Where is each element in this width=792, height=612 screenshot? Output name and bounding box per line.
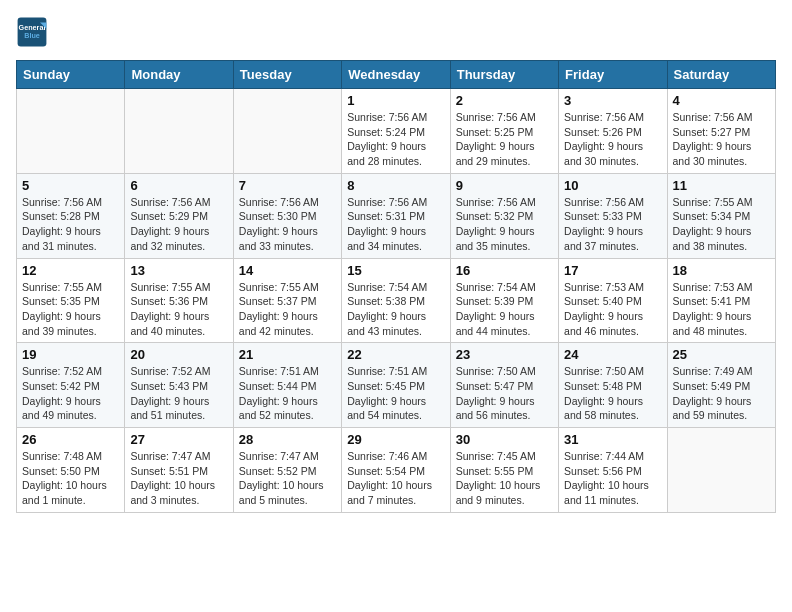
day-number: 6	[130, 178, 227, 193]
day-number: 21	[239, 347, 336, 362]
day-info: Sunrise: 7:56 AMSunset: 5:32 PMDaylight:…	[456, 195, 553, 254]
calendar-cell: 3Sunrise: 7:56 AMSunset: 5:26 PMDaylight…	[559, 89, 667, 174]
calendar-cell	[667, 428, 775, 513]
calendar-cell: 1Sunrise: 7:56 AMSunset: 5:24 PMDaylight…	[342, 89, 450, 174]
day-info: Sunrise: 7:56 AMSunset: 5:28 PMDaylight:…	[22, 195, 119, 254]
day-number: 17	[564, 263, 661, 278]
day-info: Sunrise: 7:54 AMSunset: 5:38 PMDaylight:…	[347, 280, 444, 339]
calendar-cell: 13Sunrise: 7:55 AMSunset: 5:36 PMDayligh…	[125, 258, 233, 343]
logo: General Blue	[16, 16, 52, 48]
calendar-cell: 5Sunrise: 7:56 AMSunset: 5:28 PMDaylight…	[17, 173, 125, 258]
day-info: Sunrise: 7:51 AMSunset: 5:45 PMDaylight:…	[347, 364, 444, 423]
day-of-week-header: Monday	[125, 61, 233, 89]
day-of-week-header: Tuesday	[233, 61, 341, 89]
day-of-week-header: Wednesday	[342, 61, 450, 89]
calendar-cell: 8Sunrise: 7:56 AMSunset: 5:31 PMDaylight…	[342, 173, 450, 258]
day-info: Sunrise: 7:56 AMSunset: 5:33 PMDaylight:…	[564, 195, 661, 254]
calendar-cell: 24Sunrise: 7:50 AMSunset: 5:48 PMDayligh…	[559, 343, 667, 428]
calendar-table: SundayMondayTuesdayWednesdayThursdayFrid…	[16, 60, 776, 513]
logo-icon: General Blue	[16, 16, 48, 48]
calendar-cell: 23Sunrise: 7:50 AMSunset: 5:47 PMDayligh…	[450, 343, 558, 428]
day-number: 14	[239, 263, 336, 278]
calendar-cell	[17, 89, 125, 174]
day-info: Sunrise: 7:56 AMSunset: 5:31 PMDaylight:…	[347, 195, 444, 254]
day-number: 16	[456, 263, 553, 278]
day-info: Sunrise: 7:56 AMSunset: 5:30 PMDaylight:…	[239, 195, 336, 254]
day-number: 7	[239, 178, 336, 193]
day-number: 15	[347, 263, 444, 278]
calendar-cell	[233, 89, 341, 174]
day-info: Sunrise: 7:55 AMSunset: 5:35 PMDaylight:…	[22, 280, 119, 339]
calendar-cell: 22Sunrise: 7:51 AMSunset: 5:45 PMDayligh…	[342, 343, 450, 428]
day-number: 20	[130, 347, 227, 362]
svg-text:Blue: Blue	[24, 31, 40, 40]
day-of-week-header: Saturday	[667, 61, 775, 89]
calendar-cell: 17Sunrise: 7:53 AMSunset: 5:40 PMDayligh…	[559, 258, 667, 343]
day-info: Sunrise: 7:49 AMSunset: 5:49 PMDaylight:…	[673, 364, 770, 423]
day-of-week-header: Friday	[559, 61, 667, 89]
day-info: Sunrise: 7:51 AMSunset: 5:44 PMDaylight:…	[239, 364, 336, 423]
calendar-cell: 7Sunrise: 7:56 AMSunset: 5:30 PMDaylight…	[233, 173, 341, 258]
day-number: 18	[673, 263, 770, 278]
day-info: Sunrise: 7:55 AMSunset: 5:36 PMDaylight:…	[130, 280, 227, 339]
calendar-cell: 20Sunrise: 7:52 AMSunset: 5:43 PMDayligh…	[125, 343, 233, 428]
calendar-cell: 25Sunrise: 7:49 AMSunset: 5:49 PMDayligh…	[667, 343, 775, 428]
day-number: 8	[347, 178, 444, 193]
day-number: 30	[456, 432, 553, 447]
day-number: 26	[22, 432, 119, 447]
day-number: 31	[564, 432, 661, 447]
day-number: 27	[130, 432, 227, 447]
calendar-cell: 16Sunrise: 7:54 AMSunset: 5:39 PMDayligh…	[450, 258, 558, 343]
page-header: General Blue	[16, 16, 776, 48]
day-number: 22	[347, 347, 444, 362]
day-number: 25	[673, 347, 770, 362]
day-number: 4	[673, 93, 770, 108]
calendar-cell: 21Sunrise: 7:51 AMSunset: 5:44 PMDayligh…	[233, 343, 341, 428]
calendar-cell	[125, 89, 233, 174]
calendar-cell: 2Sunrise: 7:56 AMSunset: 5:25 PMDaylight…	[450, 89, 558, 174]
day-number: 1	[347, 93, 444, 108]
day-info: Sunrise: 7:46 AMSunset: 5:54 PMDaylight:…	[347, 449, 444, 508]
day-info: Sunrise: 7:55 AMSunset: 5:37 PMDaylight:…	[239, 280, 336, 339]
day-info: Sunrise: 7:50 AMSunset: 5:48 PMDaylight:…	[564, 364, 661, 423]
calendar-cell: 12Sunrise: 7:55 AMSunset: 5:35 PMDayligh…	[17, 258, 125, 343]
day-number: 29	[347, 432, 444, 447]
day-info: Sunrise: 7:56 AMSunset: 5:24 PMDaylight:…	[347, 110, 444, 169]
day-number: 19	[22, 347, 119, 362]
calendar-cell: 26Sunrise: 7:48 AMSunset: 5:50 PMDayligh…	[17, 428, 125, 513]
day-info: Sunrise: 7:53 AMSunset: 5:40 PMDaylight:…	[564, 280, 661, 339]
calendar-cell: 11Sunrise: 7:55 AMSunset: 5:34 PMDayligh…	[667, 173, 775, 258]
day-info: Sunrise: 7:53 AMSunset: 5:41 PMDaylight:…	[673, 280, 770, 339]
day-info: Sunrise: 7:56 AMSunset: 5:26 PMDaylight:…	[564, 110, 661, 169]
day-info: Sunrise: 7:47 AMSunset: 5:52 PMDaylight:…	[239, 449, 336, 508]
day-of-week-header: Sunday	[17, 61, 125, 89]
day-info: Sunrise: 7:56 AMSunset: 5:27 PMDaylight:…	[673, 110, 770, 169]
day-number: 11	[673, 178, 770, 193]
day-number: 24	[564, 347, 661, 362]
calendar-cell: 31Sunrise: 7:44 AMSunset: 5:56 PMDayligh…	[559, 428, 667, 513]
calendar-cell: 4Sunrise: 7:56 AMSunset: 5:27 PMDaylight…	[667, 89, 775, 174]
day-info: Sunrise: 7:56 AMSunset: 5:25 PMDaylight:…	[456, 110, 553, 169]
calendar-cell: 18Sunrise: 7:53 AMSunset: 5:41 PMDayligh…	[667, 258, 775, 343]
day-number: 28	[239, 432, 336, 447]
calendar-cell: 27Sunrise: 7:47 AMSunset: 5:51 PMDayligh…	[125, 428, 233, 513]
day-info: Sunrise: 7:47 AMSunset: 5:51 PMDaylight:…	[130, 449, 227, 508]
day-info: Sunrise: 7:48 AMSunset: 5:50 PMDaylight:…	[22, 449, 119, 508]
day-info: Sunrise: 7:50 AMSunset: 5:47 PMDaylight:…	[456, 364, 553, 423]
day-number: 5	[22, 178, 119, 193]
day-number: 2	[456, 93, 553, 108]
day-info: Sunrise: 7:44 AMSunset: 5:56 PMDaylight:…	[564, 449, 661, 508]
day-info: Sunrise: 7:52 AMSunset: 5:42 PMDaylight:…	[22, 364, 119, 423]
calendar-cell: 10Sunrise: 7:56 AMSunset: 5:33 PMDayligh…	[559, 173, 667, 258]
calendar-cell: 30Sunrise: 7:45 AMSunset: 5:55 PMDayligh…	[450, 428, 558, 513]
calendar-cell: 28Sunrise: 7:47 AMSunset: 5:52 PMDayligh…	[233, 428, 341, 513]
day-info: Sunrise: 7:56 AMSunset: 5:29 PMDaylight:…	[130, 195, 227, 254]
day-number: 9	[456, 178, 553, 193]
day-number: 3	[564, 93, 661, 108]
calendar-cell: 9Sunrise: 7:56 AMSunset: 5:32 PMDaylight…	[450, 173, 558, 258]
day-number: 13	[130, 263, 227, 278]
day-number: 10	[564, 178, 661, 193]
day-info: Sunrise: 7:52 AMSunset: 5:43 PMDaylight:…	[130, 364, 227, 423]
calendar-cell: 14Sunrise: 7:55 AMSunset: 5:37 PMDayligh…	[233, 258, 341, 343]
calendar-cell: 19Sunrise: 7:52 AMSunset: 5:42 PMDayligh…	[17, 343, 125, 428]
